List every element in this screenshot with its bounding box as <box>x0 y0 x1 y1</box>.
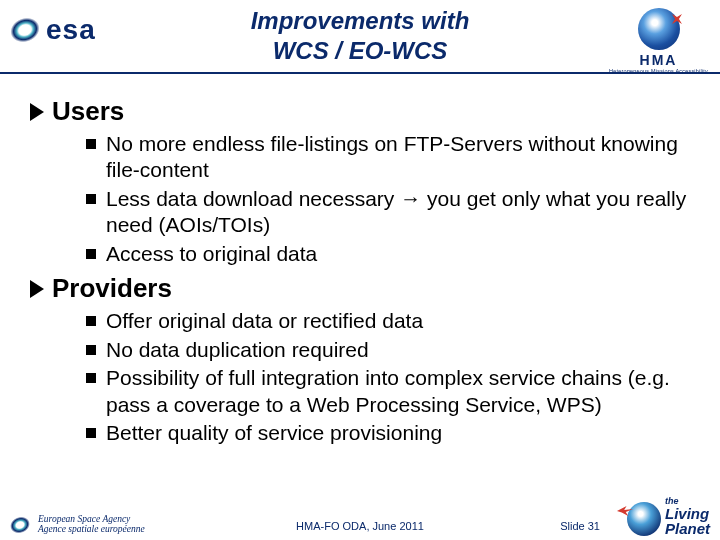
esa-logo: esa <box>10 14 96 46</box>
title-line-2: WCS / EO-WCS <box>150 36 570 66</box>
square-bullet-icon <box>86 139 96 149</box>
esa-ring-icon <box>7 14 43 47</box>
bullet-text: Offer original data or rectified data <box>106 308 423 334</box>
footer-center-text: HMA-FO ODA, June 2011 <box>296 520 424 532</box>
square-bullet-icon <box>86 316 96 326</box>
bullet-text: Less data download necessary → you get o… <box>106 186 690 239</box>
hma-logo-text: HMA <box>609 52 708 68</box>
list-item: No data duplication required <box>86 337 690 363</box>
section-head-providers: Providers <box>30 273 690 304</box>
esa-ring-icon <box>8 514 32 536</box>
list-item: No more endless file-listings on FTP-Ser… <box>86 131 690 184</box>
footer-left-logo: European Space Agency Agence spatiale eu… <box>10 515 145 534</box>
content: Users No more endless file-listings on F… <box>0 74 720 447</box>
square-bullet-icon <box>86 249 96 259</box>
section-title: Providers <box>52 273 172 304</box>
list-item: Possibility of full integration into com… <box>86 365 690 418</box>
footer: European Space Agency Agence spatiale eu… <box>0 488 720 540</box>
triangle-bullet-icon <box>30 103 44 121</box>
list-item: Better quality of service provisioning <box>86 420 690 446</box>
slide: esa Improvements with WCS / EO-WCS HMA H… <box>0 0 720 540</box>
lp-living: Living <box>665 506 710 521</box>
section-title: Users <box>52 96 124 127</box>
bullet-text: No more endless file-listings on FTP-Ser… <box>106 131 690 184</box>
square-bullet-icon <box>86 345 96 355</box>
triangle-bullet-icon <box>30 280 44 298</box>
slide-number: Slide 31 <box>560 520 600 532</box>
section-head-users: Users <box>30 96 690 127</box>
living-planet-logo: the Living Planet <box>627 497 710 536</box>
bullet-text: No data duplication required <box>106 337 369 363</box>
square-bullet-icon <box>86 373 96 383</box>
agency-line-2: Agence spatiale européenne <box>38 525 145 535</box>
slide-title: Improvements with WCS / EO-WCS <box>150 6 570 66</box>
list-item: Offer original data or rectified data <box>86 308 690 334</box>
bullet-list-users: No more endless file-listings on FTP-Ser… <box>30 131 690 267</box>
square-bullet-icon <box>86 428 96 438</box>
lp-planet: Planet <box>665 521 710 536</box>
hma-logo: HMA Heterogeneous Missions Accessibility <box>609 8 708 74</box>
bullet-text: Possibility of full integration into com… <box>106 365 690 418</box>
square-bullet-icon <box>86 194 96 204</box>
list-item: Access to original data <box>86 241 690 267</box>
header: esa Improvements with WCS / EO-WCS HMA H… <box>0 0 720 74</box>
title-line-1: Improvements with <box>150 6 570 36</box>
globe-icon <box>627 502 661 536</box>
bullet-text: Access to original data <box>106 241 317 267</box>
hma-logo-subtext: Heterogeneous Missions Accessibility <box>609 68 708 74</box>
footer-agency-text: European Space Agency Agence spatiale eu… <box>38 515 145 534</box>
list-item: Less data download necessary → you get o… <box>86 186 690 239</box>
bullet-text: Better quality of service provisioning <box>106 420 442 446</box>
esa-logo-text: esa <box>46 14 96 46</box>
globe-icon <box>638 8 680 50</box>
bullet-list-providers: Offer original data or rectified data No… <box>30 308 690 446</box>
living-planet-text: the Living Planet <box>665 497 710 536</box>
